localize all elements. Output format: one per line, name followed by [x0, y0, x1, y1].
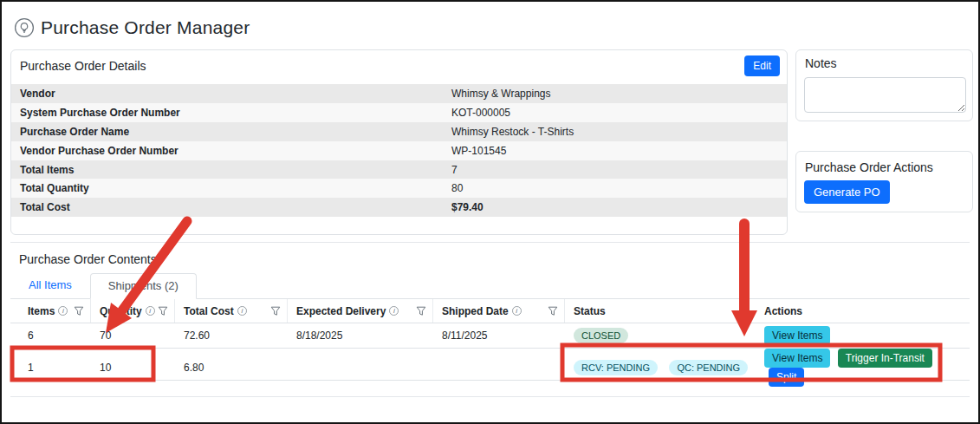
status-badge-closed: CLOSED: [574, 328, 628, 343]
cell-shipped-date: 8/11/2025: [433, 329, 565, 342]
shipments-table: Itemsi Quantityi Total Costi Expected De…: [10, 298, 970, 381]
page-title: Purchase Order Manager: [41, 17, 250, 38]
contents-section-title: Purchase Order Contents: [19, 252, 157, 266]
tab-shipments[interactable]: Shipments (2): [90, 273, 197, 299]
column-header-items: Itemsi: [10, 299, 91, 323]
status-badge-rcv-pending: RCV: PENDING: [574, 360, 658, 375]
tab-all-items[interactable]: All Items: [10, 272, 90, 298]
edit-button[interactable]: Edit: [744, 55, 780, 76]
cell-total-cost: 6.80: [175, 362, 288, 374]
shipment-row-2: 1 10 6.80 RCV: PENDING QC: PENDING View …: [10, 349, 970, 381]
info-icon[interactable]: i: [389, 306, 399, 316]
split-button[interactable]: Split: [769, 368, 804, 387]
contents-tabs: All Items Shipments (2): [10, 275, 197, 298]
column-header-quantity: Quantityi: [91, 299, 175, 323]
detail-row-total-items: Total Items 7: [11, 160, 787, 179]
detail-row-po-name: Purchase Order Name Whimsy Restock - T-S…: [11, 122, 787, 141]
purchase-order-details-card: Purchase Order Details Edit Vendor Whims…: [10, 49, 788, 235]
actions-card-title: Purchase Order Actions: [805, 160, 933, 174]
status-badge-qc-pending: QC: PENDING: [669, 360, 748, 375]
cell-status: RCV: PENDING QC: PENDING: [565, 360, 756, 375]
cell-items: 1: [10, 362, 91, 374]
cell-actions: View Items: [756, 326, 970, 345]
generate-po-button[interactable]: Generate PO: [804, 180, 890, 204]
shipment-row-1: 6 70 72.60 8/18/2025 8/11/2025 CLOSED Vi…: [10, 323, 970, 349]
view-items-button[interactable]: View Items: [764, 326, 830, 345]
cell-total-cost: 72.60: [175, 329, 288, 342]
section-divider: [10, 242, 970, 243]
filter-funnel-icon[interactable]: [270, 306, 281, 316]
page-header: Purchase Order Manager: [14, 17, 250, 38]
details-card-title: Purchase Order Details: [20, 59, 146, 73]
filter-funnel-icon[interactable]: [158, 306, 168, 316]
lightbulb-circle-icon: [14, 17, 35, 38]
detail-row-system-po-number: System Purchase Order Number KOT-000005: [11, 103, 787, 122]
cell-expected-delivery: 8/18/2025: [288, 329, 433, 342]
details-table: Vendor Whimsy & Wrappings System Purchas…: [11, 84, 787, 217]
cell-status: CLOSED: [565, 328, 756, 343]
cell-items: 6: [10, 329, 91, 342]
detail-row-vendor: Vendor Whimsy & Wrappings: [11, 84, 787, 103]
column-header-total-cost: Total Costi: [175, 299, 288, 323]
cell-actions: View Items Trigger In-Transit Split: [756, 349, 970, 387]
notes-textarea[interactable]: [804, 77, 966, 113]
cell-quantity: 70: [91, 329, 175, 342]
purchase-order-manager-screen: Purchase Order Manager Purchase Order De…: [0, 0, 980, 424]
cell-quantity: 10: [91, 362, 175, 374]
info-icon[interactable]: i: [146, 306, 155, 316]
detail-row-total-cost: Total Cost $79.40: [11, 198, 787, 217]
info-icon[interactable]: i: [512, 306, 522, 316]
table-header-row: Itemsi Quantityi Total Costi Expected De…: [10, 299, 970, 323]
notes-card: Notes: [795, 49, 973, 121]
column-header-shipped-date: Shipped Datei: [433, 299, 565, 323]
column-header-status: Status: [565, 299, 756, 323]
column-header-actions: Actions: [756, 299, 970, 323]
view-items-button[interactable]: View Items: [764, 349, 830, 368]
detail-row-total-quantity: Total Quantity 80: [11, 179, 787, 198]
info-icon[interactable]: i: [58, 306, 68, 316]
info-icon[interactable]: i: [237, 306, 247, 316]
filter-funnel-icon[interactable]: [74, 306, 84, 316]
filter-funnel-icon[interactable]: [416, 306, 426, 316]
detail-row-vendor-po-number: Vendor Purchase Order Number WP-101545: [11, 141, 787, 160]
filter-funnel-icon[interactable]: [548, 306, 558, 316]
bottom-divider: [10, 396, 970, 397]
column-header-expected-delivery: Expected Deliveryi: [288, 299, 433, 323]
trigger-in-transit-button[interactable]: Trigger In-Transit: [838, 349, 932, 368]
purchase-order-actions-card: Purchase Order Actions Generate PO: [795, 151, 973, 212]
notes-title: Notes: [805, 56, 837, 70]
